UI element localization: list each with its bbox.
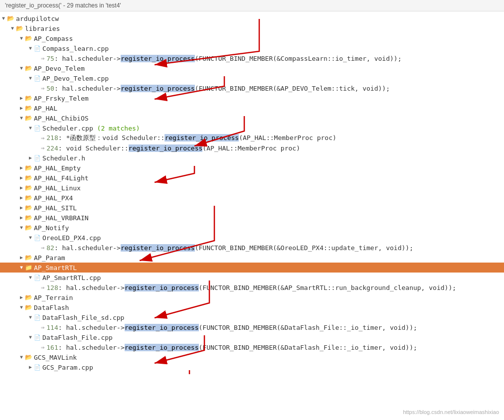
folder-icon: 📁 — [25, 264, 32, 272]
file-icon: 📄 — [34, 125, 41, 132]
tree-item-compass_learn_cpp[interactable]: ▼📄Compass_learn.cpp — [0, 43, 504, 53]
tree-item-dataflash_file_cpp[interactable]: ▼📄DataFlash_File.cpp — [0, 332, 504, 342]
tree-item-oreoled_px4_r82[interactable]: ⇒82: hal.scheduler->register_io_process(… — [0, 243, 504, 253]
folder-icon: 📂 — [25, 354, 32, 361]
tree-item-ap_hal_vrbrain[interactable]: ▶📂AP_HAL_VRBRAIN — [0, 213, 504, 223]
tree-item-ap_hal[interactable]: ▶📂AP_HAL — [0, 103, 504, 113]
tree-item-ap_frsky_telem[interactable]: ▶📂AP_Frsky_Telem — [0, 93, 504, 103]
tree-item-dataflash_file_sd_cpp[interactable]: ▼📄DataFlash_File_sd.cpp — [0, 312, 504, 322]
file-icon: 📄 — [34, 75, 41, 82]
folder-label: AP_SmartRTL — [34, 264, 77, 272]
folder-label: AP_HAL_ChibiOS — [34, 115, 89, 122]
file-icon: 📄 — [34, 275, 41, 281]
folder-icon: 📂 — [25, 95, 32, 102]
folder-arrow-icon: ▶ — [18, 215, 25, 221]
tree-item-libraries[interactable]: ▼📂libraries — [0, 23, 504, 33]
result-line: 224: void Scheduler::register_io_process… — [46, 144, 300, 152]
folder-arrow-icon: ▶ — [18, 175, 25, 181]
tree-item-ap_hal_linux[interactable]: ▶📂AP_HAL_Linux — [0, 183, 504, 193]
tree-item-ap_smartrtl_r128[interactable]: ⇒128: hal.scheduler->register_io_process… — [0, 282, 504, 292]
tree-item-ap_devo_telem[interactable]: ▼📂AP_Devo_Telem — [0, 63, 504, 73]
result-line: 75: hal.scheduler->register_io_process(F… — [46, 55, 401, 62]
result-bullet: ⇒ — [41, 85, 44, 92]
folder-arrow-icon: ▼ — [18, 225, 25, 231]
folder-icon: 📂 — [25, 304, 32, 311]
folder-arrow-icon: ▼ — [9, 26, 16, 31]
file-label: DataFlash_File.cpp — [42, 334, 113, 341]
file-label: DataFlash_File_sd.cpp — [42, 314, 124, 321]
folder-label: DataFlash — [34, 304, 69, 311]
folder-arrow-icon: ▼ — [18, 66, 25, 71]
folder-icon: 📂 — [25, 105, 32, 112]
folder-icon: 📂 — [25, 65, 32, 72]
folder-arrow-icon: ▶ — [18, 205, 25, 211]
tree-item-compass_learn_r75[interactable]: ⇒75: hal.scheduler->register_io_process(… — [0, 53, 504, 63]
folder-label: AP_Param — [34, 254, 65, 262]
file-arrow-icon: ▶ — [27, 155, 34, 161]
file-icon: 📄 — [34, 334, 41, 341]
folder-arrow-icon: ▶ — [18, 185, 25, 191]
tree-item-ap_hal_empty[interactable]: ▶📂AP_HAL_Empty — [0, 163, 504, 173]
tree-item-dataflash_file_r161[interactable]: ⇒161: hal.scheduler->register_io_process… — [0, 342, 504, 352]
tree-item-ap_smartrtl[interactable]: ▼📁AP_SmartRTL — [0, 263, 504, 273]
file-label: GCS_Param.cpp — [42, 364, 93, 371]
tree-item-ap_notify[interactable]: ▼📂AP_Notify — [0, 223, 504, 233]
tree-item-oreoled_px4_cpp[interactable]: ▼📄OreoLED_PX4.cpp — [0, 233, 504, 243]
tree-item-ap_devo_telem_cpp[interactable]: ▼📄AP_Devo_Telem.cpp — [0, 73, 504, 83]
tree-item-ap_hal_f4light[interactable]: ▶📂AP_HAL_F4Light — [0, 173, 504, 183]
tree-item-gcs_param_cpp[interactable]: ▶📄GCS_Param.cpp — [0, 362, 504, 372]
tree-item-ap_compass[interactable]: ▼📂AP_Compass — [0, 33, 504, 43]
folder-arrow-icon: ▶ — [18, 95, 25, 101]
title-text: 'register_io_process(' - 29 matches in '… — [5, 2, 121, 9]
tree-item-ap_devo_telem_r50[interactable]: ⇒50: hal.scheduler->register_io_process(… — [0, 83, 504, 93]
tree-item-scheduler_cpp_r224[interactable]: ⇒224: void Scheduler::register_io_proces… — [0, 143, 504, 153]
result-line: 114: hal.scheduler->register_io_process(… — [46, 324, 417, 331]
folder-icon: 📂 — [25, 254, 32, 262]
folder-label: AP_Compass — [34, 35, 73, 42]
tree-item-ap_hal_chib[interactable]: ▼📂AP_HAL_ChibiOS — [0, 113, 504, 123]
title-bar: 'register_io_process(' - 29 matches in '… — [0, 0, 504, 11]
folder-label: AP_HAL_Linux — [34, 184, 81, 192]
file-icon: 📄 — [34, 314, 41, 321]
file-arrow-icon: ▼ — [27, 46, 34, 51]
folder-arrow-icon: ▶ — [18, 294, 25, 300]
folder-arrow-icon: ▶ — [18, 165, 25, 171]
folder-arrow-icon: ▼ — [18, 116, 25, 121]
tree-item-ardupilotcw[interactable]: ▼📂ardupilotcw — [0, 13, 504, 23]
folder-icon: 📂 — [25, 294, 32, 301]
tree-item-scheduler_cpp[interactable]: ▼📄Scheduler.cpp (2 matches) — [0, 123, 504, 133]
folder-label: AP_Devo_Telem — [34, 65, 85, 72]
folder-icon: 📂 — [25, 174, 32, 182]
tree-item-dataflash[interactable]: ▼📂DataFlash — [0, 302, 504, 312]
folder-icon: 📂 — [25, 184, 32, 192]
folder-icon: 📂 — [25, 164, 32, 172]
folder-icon: 📂 — [16, 25, 23, 32]
tree-item-ap_smartrtl_cpp[interactable]: ▼📄AP_SmartRTL.cpp — [0, 273, 504, 282]
folder-label: GCS_MAVLink — [34, 354, 77, 361]
file-arrow-icon: ▼ — [27, 335, 34, 340]
folder-icon: 📂 — [25, 224, 32, 232]
folder-arrow-icon: ▶ — [18, 105, 25, 111]
folder-arrow-icon: ▼ — [18, 36, 25, 41]
folder-label: AP_HAL_F4Light — [34, 174, 89, 182]
tree-item-ap_param[interactable]: ▶📂AP_Param — [0, 253, 504, 263]
folder-icon: 📂 — [25, 35, 32, 42]
result-bullet: ⇒ — [41, 284, 44, 291]
folder-icon: 📂 — [25, 194, 32, 202]
tree-item-ap_hal_px4[interactable]: ▶📂AP_HAL_PX4 — [0, 193, 504, 203]
folder-icon: 📂 — [7, 15, 14, 22]
folder-label: AP_HAL_VRBRAIN — [34, 214, 89, 222]
result-line: 50: hal.scheduler->register_io_process(F… — [46, 85, 390, 92]
tree-item-ap_hal_sitl[interactable]: ▶📂AP_HAL_SITL — [0, 203, 504, 213]
tree-item-ap_terrain[interactable]: ▶📂AP_Terrain — [0, 292, 504, 302]
file-arrow-icon: ▼ — [27, 275, 34, 280]
result-line: 218: *函数原型：void Scheduler::register_io_p… — [46, 134, 336, 142]
tree-item-gcs_mavlink[interactable]: ▼📂GCS_MAVLink — [0, 352, 504, 362]
tree-item-scheduler_cpp_r218[interactable]: ⇒218: *函数原型：void Scheduler::register_io_… — [0, 133, 504, 143]
folder-label: AP_Frsky_Telem — [34, 95, 89, 102]
file-label: OreoLED_PX4.cpp — [42, 234, 101, 242]
tree-item-dataflash_file_sd_r114[interactable]: ⇒114: hal.scheduler->register_io_process… — [0, 322, 504, 332]
tree-item-scheduler_h[interactable]: ▶📄Scheduler.h — [0, 153, 504, 163]
folder-label: ardupilotcw — [16, 15, 59, 22]
folder-label: AP_Terrain — [34, 294, 73, 301]
